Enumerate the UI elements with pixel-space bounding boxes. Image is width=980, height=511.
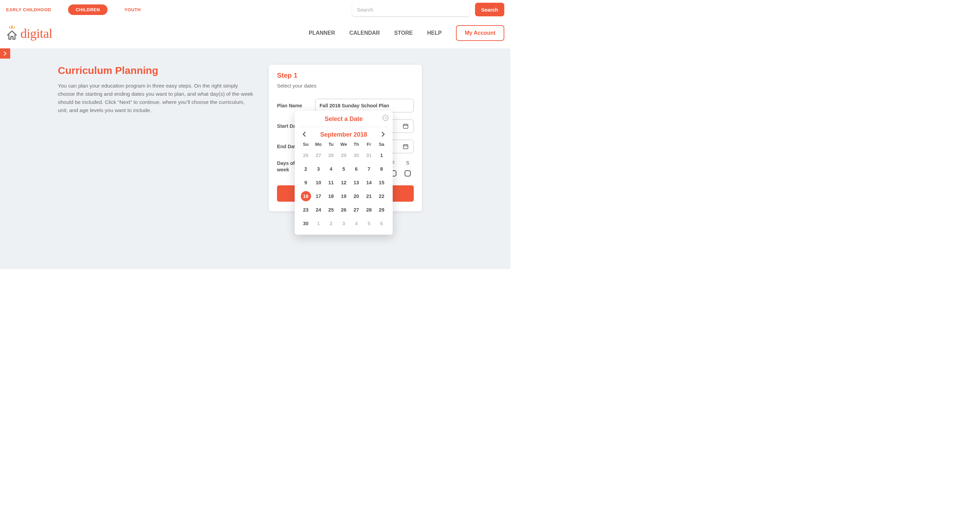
- datepicker-day[interactable]: 1: [376, 150, 387, 160]
- calendar-icon: [402, 123, 409, 129]
- datepicker-prev-month[interactable]: [301, 132, 308, 138]
- datepicker-day[interactable]: 3: [339, 218, 349, 228]
- datepicker-day[interactable]: 27: [313, 150, 324, 160]
- datepicker-close[interactable]: ✕: [382, 115, 388, 121]
- datepicker-weekday: Tu: [325, 142, 337, 147]
- datepicker-day[interactable]: 1: [313, 218, 324, 228]
- datepicker-day[interactable]: 29: [376, 205, 387, 215]
- datepicker-weekday: Fr: [363, 142, 375, 147]
- datepicker-day[interactable]: 5: [339, 164, 349, 174]
- datepicker-day[interactable]: 14: [364, 177, 374, 188]
- search-input[interactable]: [352, 3, 469, 16]
- main-nav-item[interactable]: PLANNER: [309, 30, 335, 36]
- datepicker-title: Select a Date: [325, 115, 363, 122]
- datepicker-day[interactable]: 26: [339, 205, 349, 215]
- datepicker-day[interactable]: 3: [313, 164, 324, 174]
- step-subheading: Select your dates: [277, 83, 414, 89]
- audience-tab[interactable]: CHILDREN: [68, 5, 107, 15]
- chevron-left-icon: [302, 132, 306, 137]
- datepicker-day[interactable]: 6: [376, 218, 387, 228]
- datepicker-grid: SuMoTuWeThFrSa26272829303112345678910111…: [299, 142, 388, 228]
- main-nav-item[interactable]: STORE: [394, 30, 413, 36]
- datepicker-month-label: September 2018: [320, 131, 367, 138]
- plan-name-label: Plan Name: [277, 103, 315, 109]
- datepicker-day[interactable]: 9: [301, 177, 311, 188]
- datepicker-day[interactable]: 24: [313, 205, 324, 215]
- day-checkbox[interactable]: [404, 170, 411, 176]
- datepicker-weekday: Su: [299, 142, 312, 147]
- drawer-toggle[interactable]: [0, 48, 10, 59]
- plan-name-input[interactable]: [315, 99, 414, 112]
- audience-tab[interactable]: EARLY CHILDHOOD: [6, 7, 51, 12]
- datepicker-day[interactable]: 10: [313, 177, 324, 188]
- calendar-icon: [402, 144, 409, 150]
- datepicker-day[interactable]: 29: [339, 150, 349, 160]
- page-description: You can plan your education program in t…: [58, 82, 255, 115]
- chevron-right-icon: [382, 132, 385, 137]
- datepicker-day[interactable]: 28: [326, 150, 336, 160]
- datepicker-day[interactable]: 2: [326, 218, 336, 228]
- audience-tab[interactable]: YOUTH: [124, 7, 141, 12]
- datepicker-day[interactable]: 27: [351, 205, 361, 215]
- chevron-right-icon: [4, 51, 6, 56]
- datepicker-day[interactable]: 25: [326, 205, 336, 215]
- day-header: S: [401, 160, 414, 166]
- datepicker-day[interactable]: 6: [351, 164, 361, 174]
- my-account-button[interactable]: My Account: [456, 25, 504, 41]
- datepicker-day[interactable]: 19: [339, 191, 349, 201]
- datepicker-weekday: Sa: [375, 142, 388, 147]
- audience-tabs: EARLY CHILDHOODCHILDRENYOUTH Search: [0, 0, 511, 19]
- search-button[interactable]: Search: [475, 3, 504, 16]
- step-card: Step 1 Select your dates Plan Name Start…: [269, 65, 422, 211]
- content-area: Curriculum Planning You can plan your ed…: [0, 48, 511, 269]
- datepicker-day[interactable]: 17: [313, 191, 324, 201]
- datepicker-day[interactable]: 11: [326, 177, 336, 188]
- datepicker-day[interactable]: 8: [376, 164, 387, 174]
- brand-name: digital: [21, 27, 52, 40]
- page-title: Curriculum Planning: [58, 65, 255, 76]
- datepicker-weekday: Mo: [312, 142, 325, 147]
- datepicker-day[interactable]: 26: [301, 150, 311, 160]
- datepicker-day[interactable]: 12: [339, 177, 349, 188]
- datepicker-day[interactable]: 21: [364, 191, 374, 201]
- svg-rect-3: [403, 125, 408, 128]
- main-nav-item[interactable]: HELP: [427, 30, 442, 36]
- main-nav-item[interactable]: CALENDAR: [350, 30, 380, 36]
- datepicker-weekday: We: [337, 142, 350, 147]
- datepicker-day[interactable]: 20: [351, 191, 361, 201]
- datepicker-day[interactable]: 7: [364, 164, 374, 174]
- datepicker-day[interactable]: 30: [351, 150, 361, 160]
- datepicker-day[interactable]: 23: [301, 205, 311, 215]
- house-icon: [6, 26, 18, 40]
- datepicker-day[interactable]: 13: [351, 177, 361, 188]
- datepicker-day[interactable]: 4: [326, 164, 336, 174]
- datepicker-day[interactable]: 16: [301, 191, 311, 201]
- datepicker-day[interactable]: 5: [364, 218, 374, 228]
- datepicker-day[interactable]: 30: [301, 218, 311, 228]
- brand-logo[interactable]: digital: [6, 26, 52, 40]
- step-heading: Step 1: [277, 72, 414, 79]
- datepicker-popover: Select a Date ✕ September 2018 SuMoTuWeT…: [295, 111, 393, 235]
- close-icon: ✕: [384, 116, 387, 120]
- datepicker-day[interactable]: 2: [301, 164, 311, 174]
- datepicker-next-month[interactable]: [380, 132, 387, 138]
- datepicker-weekday: Th: [350, 142, 363, 147]
- main-nav: digital PLANNERCALENDARSTOREHELPMy Accou…: [0, 19, 511, 48]
- datepicker-day[interactable]: 28: [364, 205, 374, 215]
- datepicker-day[interactable]: 4: [351, 218, 361, 228]
- datepicker-day[interactable]: 15: [376, 177, 387, 188]
- datepicker-day[interactable]: 31: [364, 150, 374, 160]
- svg-line-2: [14, 27, 14, 29]
- svg-rect-7: [403, 145, 408, 149]
- datepicker-day[interactable]: 22: [376, 191, 387, 201]
- svg-line-1: [9, 27, 10, 29]
- datepicker-day[interactable]: 18: [326, 191, 336, 201]
